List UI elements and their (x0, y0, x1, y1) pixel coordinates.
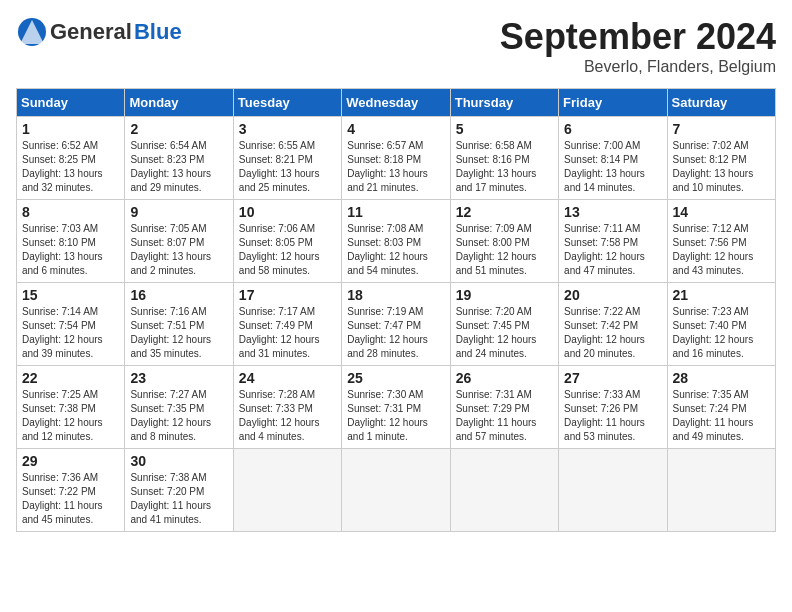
calendar-cell: 9Sunrise: 7:05 AM Sunset: 8:07 PM Daylig… (125, 200, 233, 283)
cell-info: Sunrise: 7:03 AM Sunset: 8:10 PM Dayligh… (22, 222, 119, 278)
title-block: September 2024 Beverlo, Flanders, Belgiu… (500, 16, 776, 76)
day-number: 10 (239, 204, 336, 220)
calendar-cell: 2Sunrise: 6:54 AM Sunset: 8:23 PM Daylig… (125, 117, 233, 200)
calendar-cell: 14Sunrise: 7:12 AM Sunset: 7:56 PM Dayli… (667, 200, 775, 283)
cell-info: Sunrise: 7:31 AM Sunset: 7:29 PM Dayligh… (456, 388, 553, 444)
cell-info: Sunrise: 7:38 AM Sunset: 7:20 PM Dayligh… (130, 471, 227, 527)
cell-info: Sunrise: 7:20 AM Sunset: 7:45 PM Dayligh… (456, 305, 553, 361)
day-number: 14 (673, 204, 770, 220)
col-sunday: Sunday (17, 89, 125, 117)
calendar-cell: 19Sunrise: 7:20 AM Sunset: 7:45 PM Dayli… (450, 283, 558, 366)
day-number: 4 (347, 121, 444, 137)
col-thursday: Thursday (450, 89, 558, 117)
calendar-cell: 25Sunrise: 7:30 AM Sunset: 7:31 PM Dayli… (342, 366, 450, 449)
cell-info: Sunrise: 7:05 AM Sunset: 8:07 PM Dayligh… (130, 222, 227, 278)
cell-info: Sunrise: 7:22 AM Sunset: 7:42 PM Dayligh… (564, 305, 661, 361)
calendar-cell (342, 449, 450, 532)
calendar-week-row: 22Sunrise: 7:25 AM Sunset: 7:38 PM Dayli… (17, 366, 776, 449)
calendar-cell: 1Sunrise: 6:52 AM Sunset: 8:25 PM Daylig… (17, 117, 125, 200)
col-tuesday: Tuesday (233, 89, 341, 117)
calendar-week-row: 1Sunrise: 6:52 AM Sunset: 8:25 PM Daylig… (17, 117, 776, 200)
cell-info: Sunrise: 7:00 AM Sunset: 8:14 PM Dayligh… (564, 139, 661, 195)
calendar-week-row: 29Sunrise: 7:36 AM Sunset: 7:22 PM Dayli… (17, 449, 776, 532)
calendar-cell: 4Sunrise: 6:57 AM Sunset: 8:18 PM Daylig… (342, 117, 450, 200)
day-number: 13 (564, 204, 661, 220)
calendar-cell (559, 449, 667, 532)
day-number: 27 (564, 370, 661, 386)
day-number: 8 (22, 204, 119, 220)
calendar-cell: 5Sunrise: 6:58 AM Sunset: 8:16 PM Daylig… (450, 117, 558, 200)
cell-info: Sunrise: 7:11 AM Sunset: 7:58 PM Dayligh… (564, 222, 661, 278)
day-number: 1 (22, 121, 119, 137)
logo-text: GeneralBlue (16, 16, 182, 48)
day-number: 6 (564, 121, 661, 137)
day-number: 17 (239, 287, 336, 303)
calendar-cell: 16Sunrise: 7:16 AM Sunset: 7:51 PM Dayli… (125, 283, 233, 366)
cell-info: Sunrise: 7:33 AM Sunset: 7:26 PM Dayligh… (564, 388, 661, 444)
day-number: 11 (347, 204, 444, 220)
calendar-cell: 24Sunrise: 7:28 AM Sunset: 7:33 PM Dayli… (233, 366, 341, 449)
day-number: 2 (130, 121, 227, 137)
cell-info: Sunrise: 7:08 AM Sunset: 8:03 PM Dayligh… (347, 222, 444, 278)
col-friday: Friday (559, 89, 667, 117)
day-number: 29 (22, 453, 119, 469)
cell-info: Sunrise: 7:25 AM Sunset: 7:38 PM Dayligh… (22, 388, 119, 444)
day-number: 9 (130, 204, 227, 220)
cell-info: Sunrise: 7:17 AM Sunset: 7:49 PM Dayligh… (239, 305, 336, 361)
cell-info: Sunrise: 6:54 AM Sunset: 8:23 PM Dayligh… (130, 139, 227, 195)
logo-icon (16, 16, 48, 48)
cell-info: Sunrise: 6:57 AM Sunset: 8:18 PM Dayligh… (347, 139, 444, 195)
cell-info: Sunrise: 6:55 AM Sunset: 8:21 PM Dayligh… (239, 139, 336, 195)
calendar-cell: 11Sunrise: 7:08 AM Sunset: 8:03 PM Dayli… (342, 200, 450, 283)
cell-info: Sunrise: 7:23 AM Sunset: 7:40 PM Dayligh… (673, 305, 770, 361)
cell-info: Sunrise: 7:06 AM Sunset: 8:05 PM Dayligh… (239, 222, 336, 278)
calendar-cell: 27Sunrise: 7:33 AM Sunset: 7:26 PM Dayli… (559, 366, 667, 449)
col-monday: Monday (125, 89, 233, 117)
cell-info: Sunrise: 6:58 AM Sunset: 8:16 PM Dayligh… (456, 139, 553, 195)
cell-info: Sunrise: 7:16 AM Sunset: 7:51 PM Dayligh… (130, 305, 227, 361)
calendar-week-row: 8Sunrise: 7:03 AM Sunset: 8:10 PM Daylig… (17, 200, 776, 283)
cell-info: Sunrise: 7:35 AM Sunset: 7:24 PM Dayligh… (673, 388, 770, 444)
day-number: 25 (347, 370, 444, 386)
calendar-cell (450, 449, 558, 532)
day-number: 7 (673, 121, 770, 137)
calendar-cell: 29Sunrise: 7:36 AM Sunset: 7:22 PM Dayli… (17, 449, 125, 532)
col-saturday: Saturday (667, 89, 775, 117)
col-wednesday: Wednesday (342, 89, 450, 117)
month-title: September 2024 (500, 16, 776, 58)
cell-info: Sunrise: 7:27 AM Sunset: 7:35 PM Dayligh… (130, 388, 227, 444)
calendar-cell: 23Sunrise: 7:27 AM Sunset: 7:35 PM Dayli… (125, 366, 233, 449)
calendar-cell: 12Sunrise: 7:09 AM Sunset: 8:00 PM Dayli… (450, 200, 558, 283)
day-number: 30 (130, 453, 227, 469)
calendar-cell: 15Sunrise: 7:14 AM Sunset: 7:54 PM Dayli… (17, 283, 125, 366)
calendar-cell: 17Sunrise: 7:17 AM Sunset: 7:49 PM Dayli… (233, 283, 341, 366)
calendar-cell (667, 449, 775, 532)
calendar-cell: 7Sunrise: 7:02 AM Sunset: 8:12 PM Daylig… (667, 117, 775, 200)
cell-info: Sunrise: 7:02 AM Sunset: 8:12 PM Dayligh… (673, 139, 770, 195)
day-number: 12 (456, 204, 553, 220)
calendar-cell: 18Sunrise: 7:19 AM Sunset: 7:47 PM Dayli… (342, 283, 450, 366)
calendar-header-row: Sunday Monday Tuesday Wednesday Thursday… (17, 89, 776, 117)
cell-info: Sunrise: 7:09 AM Sunset: 8:00 PM Dayligh… (456, 222, 553, 278)
calendar-week-row: 15Sunrise: 7:14 AM Sunset: 7:54 PM Dayli… (17, 283, 776, 366)
cell-info: Sunrise: 7:36 AM Sunset: 7:22 PM Dayligh… (22, 471, 119, 527)
cell-info: Sunrise: 7:30 AM Sunset: 7:31 PM Dayligh… (347, 388, 444, 444)
day-number: 23 (130, 370, 227, 386)
calendar-cell: 28Sunrise: 7:35 AM Sunset: 7:24 PM Dayli… (667, 366, 775, 449)
logo-blue: Blue (134, 19, 182, 45)
day-number: 18 (347, 287, 444, 303)
day-number: 22 (22, 370, 119, 386)
day-number: 20 (564, 287, 661, 303)
day-number: 21 (673, 287, 770, 303)
day-number: 16 (130, 287, 227, 303)
calendar-cell: 13Sunrise: 7:11 AM Sunset: 7:58 PM Dayli… (559, 200, 667, 283)
calendar-cell: 20Sunrise: 7:22 AM Sunset: 7:42 PM Dayli… (559, 283, 667, 366)
calendar-cell: 6Sunrise: 7:00 AM Sunset: 8:14 PM Daylig… (559, 117, 667, 200)
calendar-cell: 8Sunrise: 7:03 AM Sunset: 8:10 PM Daylig… (17, 200, 125, 283)
day-number: 5 (456, 121, 553, 137)
day-number: 19 (456, 287, 553, 303)
day-number: 15 (22, 287, 119, 303)
calendar-cell: 26Sunrise: 7:31 AM Sunset: 7:29 PM Dayli… (450, 366, 558, 449)
logo: GeneralBlue (16, 16, 182, 48)
calendar-cell (233, 449, 341, 532)
